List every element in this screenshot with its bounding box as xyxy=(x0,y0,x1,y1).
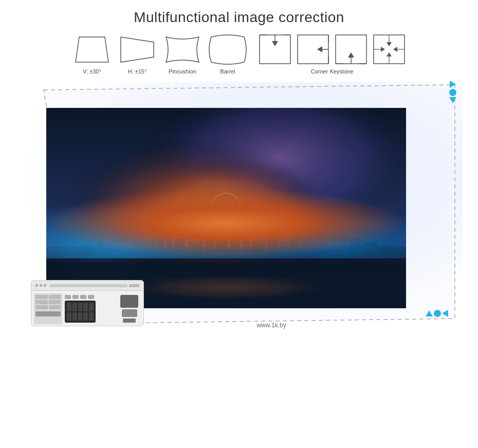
svg-rect-94 xyxy=(280,241,288,252)
proj-dot-2 xyxy=(40,284,42,287)
website-watermark: www.1k.by xyxy=(256,322,286,329)
svg-point-71 xyxy=(372,208,373,208)
svg-marker-23 xyxy=(381,47,385,52)
svg-point-107 xyxy=(378,246,393,256)
projection-container: 1k xyxy=(15,80,463,331)
svg-rect-100 xyxy=(350,239,360,252)
vent-4 xyxy=(83,303,88,311)
svg-point-70 xyxy=(334,211,335,212)
photo-watermark-text: 1k xyxy=(221,203,231,214)
corner-keystone-icon-3 xyxy=(334,33,369,66)
arrow-right-icon xyxy=(450,81,456,88)
svg-point-65 xyxy=(134,200,134,200)
proj-control-panel xyxy=(34,293,62,324)
arrow-down-icon xyxy=(449,97,456,103)
svg-rect-99 xyxy=(342,235,347,252)
vent-5 xyxy=(89,303,94,311)
svg-marker-0 xyxy=(76,37,108,62)
arrow-bottom-right xyxy=(426,310,448,317)
corner-keystone-icons xyxy=(258,33,407,66)
svg-marker-9 xyxy=(317,46,322,52)
proj-ports-row xyxy=(65,295,115,299)
photo-watermark-circle: 1k xyxy=(211,193,242,223)
svg-rect-82 xyxy=(130,240,139,252)
corner-dot-br xyxy=(434,310,441,317)
vent-7 xyxy=(72,312,77,321)
proj-port-2 xyxy=(72,295,79,299)
corner-keystone-label: Corner Keystone xyxy=(311,68,354,74)
svg-marker-14 xyxy=(348,52,354,58)
proj-connector xyxy=(35,311,61,316)
svg-point-106 xyxy=(360,242,380,255)
vent-8 xyxy=(78,312,83,321)
svg-point-103 xyxy=(78,245,97,257)
svg-rect-96 xyxy=(302,239,314,252)
correction-item-barrel: Barrel xyxy=(207,33,248,74)
svg-point-68 xyxy=(256,213,258,214)
proj-btn-1 xyxy=(35,295,48,299)
svg-point-66 xyxy=(174,210,175,211)
svg-rect-92 xyxy=(252,240,265,252)
proj-btn-6 xyxy=(49,305,61,309)
svg-rect-81 xyxy=(121,236,127,252)
svg-rect-79 xyxy=(98,239,105,252)
barrel-label: Barrel xyxy=(220,68,235,74)
pincushion-icon xyxy=(162,33,203,66)
v-keystone-icon xyxy=(71,33,113,66)
proj-btn-row-3 xyxy=(35,305,61,309)
corner-dot-tr xyxy=(449,89,456,96)
corner-keystone-icon-4 xyxy=(372,33,407,66)
vent-1 xyxy=(67,303,71,311)
proj-right-section xyxy=(118,293,141,324)
svg-point-62 xyxy=(393,195,393,195)
svg-point-67 xyxy=(215,205,216,206)
svg-point-104 xyxy=(96,244,110,254)
svg-point-58 xyxy=(246,190,247,190)
vent-6 xyxy=(67,312,71,321)
arrow-up-icon xyxy=(426,310,433,316)
arrow-left-icon xyxy=(442,310,448,317)
proj-btn-2 xyxy=(49,295,61,299)
proj-btn-5 xyxy=(35,305,48,309)
svg-rect-87 xyxy=(188,241,203,252)
proj-top-element xyxy=(129,284,139,287)
proj-port-4 xyxy=(88,295,94,299)
proj-btn-row-1 xyxy=(35,295,61,299)
correction-item-pincushion: Pincushion xyxy=(162,33,203,74)
vent-3 xyxy=(78,303,83,311)
vent-9 xyxy=(83,312,88,321)
svg-point-63 xyxy=(57,202,58,203)
vent-2 xyxy=(72,303,77,311)
svg-marker-25 xyxy=(393,47,397,52)
svg-rect-86 xyxy=(175,239,185,252)
proj-adjustment xyxy=(122,309,137,317)
projector-image xyxy=(31,270,144,326)
correction-item-h-keystone: H: ±15° xyxy=(117,33,158,74)
svg-rect-97 xyxy=(316,241,331,252)
projector-top-panel xyxy=(31,281,143,291)
h-keystone-label: H: ±15° xyxy=(128,68,147,74)
pincushion-label: Pincushion xyxy=(169,68,196,74)
corner-keystone-group: Corner Keystone xyxy=(258,33,407,74)
svg-rect-84 xyxy=(157,239,164,252)
v-keystone-label: V: ±30° xyxy=(83,68,101,74)
proj-btn-4 xyxy=(49,300,61,304)
svg-rect-89 xyxy=(216,240,227,252)
vent-10 xyxy=(89,312,94,321)
projector-main-body xyxy=(31,291,143,327)
svg-point-64 xyxy=(93,208,94,209)
svg-rect-83 xyxy=(141,242,154,252)
svg-rect-80 xyxy=(108,241,118,252)
svg-marker-1 xyxy=(121,37,154,62)
page-title: Multifunctional image correction xyxy=(0,0,478,26)
correction-icons-row: V: ±30° H: ±15° Pincushion Barrel xyxy=(0,33,478,74)
proj-btn-3 xyxy=(35,300,48,304)
svg-marker-4 xyxy=(272,41,278,46)
correction-item-v-keystone: V: ±30° xyxy=(71,33,113,74)
proj-dot-3 xyxy=(44,284,46,287)
proj-lens xyxy=(120,295,138,308)
svg-rect-95 xyxy=(290,237,300,252)
proj-btn-row-2 xyxy=(35,300,61,304)
barrel-icon xyxy=(207,33,248,66)
proj-center-section xyxy=(65,293,115,324)
